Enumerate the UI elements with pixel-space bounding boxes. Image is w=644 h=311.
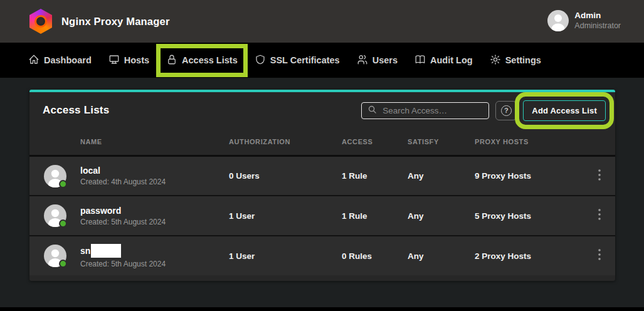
- access-value: 1 Rule: [342, 211, 408, 221]
- row-actions-menu[interactable]: [583, 249, 615, 263]
- lock-icon: [166, 54, 177, 67]
- access-value: 1 Rule: [342, 171, 408, 181]
- kebab-icon: [598, 249, 601, 263]
- user-menu[interactable]: Admin Administrator: [547, 10, 621, 31]
- nav-item-users[interactable]: Users: [357, 54, 398, 67]
- panel-header: Access Lists ? Add Access List: [29, 92, 615, 129]
- table-header: NAME AUTHORIZATION ACCESS SATISFY PROXY …: [29, 129, 615, 155]
- user-name: Admin: [574, 11, 621, 21]
- status-online-dot: [59, 260, 67, 268]
- column-header-name: NAME: [80, 138, 229, 145]
- nav-item-hosts[interactable]: Hosts: [108, 54, 149, 67]
- created-date: Created: 4th August 2024: [80, 177, 229, 186]
- row-avatar: [44, 245, 66, 267]
- main-navigation: Dashboard Hosts Access Lists SSL Certifi…: [0, 43, 644, 78]
- authorization-value: 0 Users: [229, 171, 342, 181]
- access-lists-panel: Access Lists ? Add Access List NAME AUTH…: [29, 90, 615, 281]
- search-icon: [367, 105, 377, 117]
- column-header-authorization: AUTHORIZATION: [229, 138, 342, 145]
- users-icon: [357, 54, 368, 67]
- satisfy-value: Any: [408, 251, 475, 261]
- proxy-hosts-value: 5 Proxy Hosts: [475, 211, 583, 221]
- access-list-name: sn: [80, 246, 90, 256]
- redaction-box: [91, 244, 121, 258]
- book-icon: [414, 54, 426, 67]
- authorization-value: 1 User: [229, 211, 342, 221]
- row-actions-menu[interactable]: [583, 209, 615, 223]
- authorization-value: 1 User: [229, 251, 342, 261]
- status-online-dot: [59, 180, 67, 188]
- column-header-satisfy: SATISFY: [408, 138, 475, 145]
- help-icon: ?: [501, 105, 512, 116]
- topbar: Nginx Proxy Manager Admin Administrator: [0, 0, 644, 43]
- created-date: Created: 5th August 2024: [80, 260, 229, 268]
- monitor-icon: [108, 54, 120, 67]
- home-icon: [28, 54, 40, 67]
- column-header-proxy-hosts: PROXY HOSTS: [475, 138, 583, 145]
- user-avatar: [547, 10, 569, 31]
- access-list-name: local: [80, 166, 100, 176]
- gear-icon: [490, 54, 501, 67]
- status-online-dot: [59, 219, 67, 228]
- nginx-proxy-manager-logo-icon: [29, 9, 52, 34]
- nav-item-ssl-certificates[interactable]: SSL Certificates: [255, 54, 340, 67]
- column-header-access: ACCESS: [342, 138, 408, 145]
- shield-icon: [255, 54, 266, 67]
- add-access-list-button[interactable]: Add Access List: [523, 100, 606, 121]
- app-title: Nginx Proxy Manager: [61, 16, 170, 28]
- nav-item-access-lists[interactable]: Access Lists: [166, 54, 238, 67]
- table-row[interactable]: password Created: 5th August 2024 1 User…: [29, 195, 615, 235]
- proxy-hosts-value: 2 Proxy Hosts: [475, 251, 583, 261]
- nav-item-audit-log[interactable]: Audit Log: [414, 54, 473, 67]
- satisfy-value: Any: [408, 211, 475, 221]
- kebab-icon: [598, 209, 601, 223]
- satisfy-value: Any: [408, 171, 475, 181]
- proxy-hosts-value: 9 Proxy Hosts: [475, 171, 583, 181]
- access-list-name: password: [80, 206, 121, 216]
- kebab-icon: [598, 169, 601, 183]
- row-actions-menu[interactable]: [583, 169, 615, 183]
- row-avatar: [44, 204, 66, 227]
- page-title: Access Lists: [43, 104, 109, 117]
- bottom-edge: [0, 307, 644, 311]
- user-role: Administrator: [574, 21, 621, 31]
- access-value: 0 Rules: [342, 251, 408, 261]
- created-date: Created: 5th August 2024: [80, 218, 229, 226]
- help-button[interactable]: ?: [495, 101, 517, 120]
- row-avatar: [44, 165, 66, 187]
- nav-item-settings[interactable]: Settings: [490, 54, 541, 67]
- nav-item-dashboard[interactable]: Dashboard: [28, 54, 92, 67]
- table-row[interactable]: local Created: 4th August 2024 0 Users 1…: [29, 155, 615, 195]
- search-box: [361, 102, 489, 119]
- table-row[interactable]: sn Created: 5th August 2024 1 User 0 Rul…: [29, 235, 615, 275]
- search-input[interactable]: [383, 106, 483, 115]
